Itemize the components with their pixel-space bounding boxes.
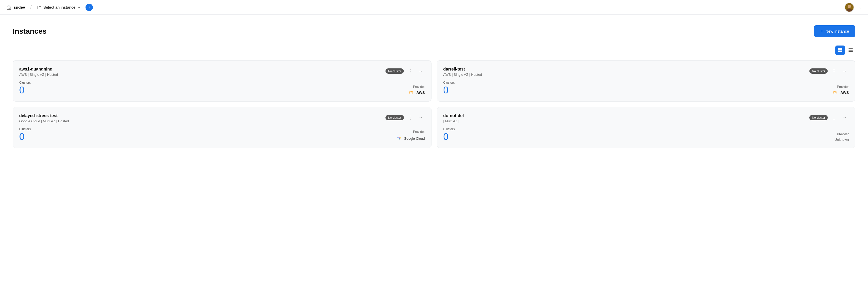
no-cluster-badge: No cluster: [809, 115, 828, 120]
provider-label: Provider: [396, 130, 425, 134]
aws-logo: AWS: [408, 90, 425, 95]
clusters-count: 0: [443, 86, 455, 95]
aws-logo: AWS: [832, 90, 849, 95]
aws-label: AWS: [840, 91, 849, 95]
instance-card-darrell-test: darrell-test AWS | Single AZ | Hosted No…: [437, 60, 856, 101]
card-title-block: darrell-test AWS | Single AZ | Hosted: [443, 67, 482, 76]
card-body: Clusters 0 Provider AWS: [443, 81, 849, 95]
no-cluster-badge: No cluster: [385, 115, 404, 120]
card-actions: No cluster ⋮ →: [809, 114, 849, 122]
nav-separator: /: [30, 4, 32, 10]
more-options-button[interactable]: ⋮: [406, 114, 414, 122]
card-actions: No cluster ⋮ →: [385, 67, 425, 75]
instance-card-aws1-guangning: aws1-guangning AWS | Single AZ | Hosted …: [12, 60, 432, 101]
folder-icon: [37, 5, 41, 10]
card-header: delayed-stress-test Google Cloud | Multi…: [19, 114, 425, 123]
user-avatar[interactable]: [845, 3, 854, 12]
aws-icon: [408, 90, 415, 95]
instance-name: aws1-guangning: [19, 67, 58, 71]
chevron-down-icon: [77, 5, 81, 9]
card-title-block: delayed-stress-test Google Cloud | Multi…: [19, 114, 69, 123]
instance-card-do-not-del: do-not-del | Multi AZ | No cluster ⋮ → C…: [437, 107, 856, 148]
provider-block: Provider Unknown: [835, 132, 849, 141]
no-cluster-badge: No cluster: [385, 68, 404, 74]
no-cluster-badge: No cluster: [809, 68, 828, 74]
card-title-block: aws1-guangning AWS | Single AZ | Hosted: [19, 67, 58, 76]
card-actions: No cluster ⋮ →: [385, 114, 425, 122]
provider-label: Provider: [832, 85, 849, 89]
provider-label: Provider: [835, 132, 849, 136]
card-body: Clusters 0 Provider AWS: [19, 81, 425, 95]
navigate-button[interactable]: →: [840, 114, 849, 122]
provider-block: Provider AWS: [408, 85, 425, 95]
card-actions: No cluster ⋮ →: [809, 67, 849, 75]
instance-subtitle: AWS | Single AZ | Hosted: [19, 73, 58, 76]
home-icon: [6, 5, 11, 10]
provider-logo: Unknown: [835, 137, 849, 141]
card-body: Clusters 0 Provider Google Cloud: [19, 127, 425, 141]
provider-logo: Google Cloud: [396, 135, 425, 141]
navigate-button[interactable]: →: [840, 67, 849, 75]
aws-label: AWS: [416, 91, 425, 95]
info-icon-label: i: [89, 5, 90, 9]
instance-name: darrell-test: [443, 67, 482, 71]
instance-subtitle: AWS | Single AZ | Hosted: [443, 73, 482, 76]
more-options-button[interactable]: ⋮: [830, 67, 838, 75]
new-instance-label: New instance: [826, 29, 849, 33]
clusters-count: 0: [19, 86, 31, 95]
instances-grid: aws1-guangning AWS | Single AZ | Hosted …: [12, 60, 856, 148]
list-view-button[interactable]: [846, 45, 856, 55]
card-header: do-not-del | Multi AZ | No cluster ⋮ →: [443, 114, 849, 123]
card-title-block: do-not-del | Multi AZ |: [443, 114, 464, 123]
instance-subtitle: Google Cloud | Multi AZ | Hosted: [19, 119, 69, 123]
provider-logo: AWS: [832, 90, 849, 95]
instance-subtitle: | Multi AZ |: [443, 119, 464, 123]
more-options-button[interactable]: ⋮: [830, 114, 838, 122]
navbar: sndev / Select an instance i ⌄: [0, 0, 868, 15]
avatar-chevron-icon[interactable]: ⌄: [859, 5, 862, 9]
svg-rect-3: [838, 48, 840, 50]
brand-home[interactable]: sndev: [6, 5, 25, 10]
clusters-count: 0: [19, 132, 31, 141]
new-instance-button[interactable]: + New instance: [814, 25, 856, 37]
clusters-label: Clusters: [443, 81, 455, 85]
page-header: Instances + New instance: [12, 25, 856, 37]
clusters-block: Clusters 0: [19, 81, 31, 95]
clusters-label: Clusters: [19, 81, 31, 85]
gcp-label: Google Cloud: [404, 136, 425, 140]
list-icon: [848, 48, 853, 53]
unknown-provider-label: Unknown: [835, 137, 849, 141]
provider-block: Provider Google Cloud: [396, 130, 425, 141]
navigate-button[interactable]: →: [416, 67, 425, 75]
grid-icon: [838, 48, 842, 53]
svg-point-11: [399, 138, 400, 139]
svg-rect-5: [838, 51, 840, 52]
clusters-label: Clusters: [19, 127, 31, 131]
plus-icon: +: [820, 28, 823, 34]
instance-name: delayed-stress-test: [19, 114, 69, 118]
card-header: aws1-guangning AWS | Single AZ | Hosted …: [19, 67, 425, 76]
clusters-block: Clusters 0: [19, 127, 31, 141]
instance-card-delayed-stress-test: delayed-stress-test Google Cloud | Multi…: [12, 107, 432, 148]
brand-label: sndev: [14, 5, 25, 9]
provider-label: Provider: [408, 85, 425, 89]
svg-rect-9: [848, 51, 853, 52]
clusters-label: Clusters: [443, 127, 455, 131]
clusters-block: Clusters 0: [443, 127, 455, 141]
instance-selector[interactable]: Select an instance: [37, 5, 81, 10]
svg-rect-8: [848, 50, 853, 51]
main-content: Instances + New instance: [0, 15, 868, 159]
clusters-count: 0: [443, 132, 455, 141]
clusters-block: Clusters 0: [443, 81, 455, 95]
svg-rect-7: [848, 49, 853, 49]
more-options-button[interactable]: ⋮: [406, 67, 414, 75]
svg-rect-6: [840, 51, 842, 52]
gcp-icon: [396, 135, 402, 141]
avatar-image: [845, 3, 854, 12]
svg-rect-4: [840, 48, 842, 50]
svg-point-1: [848, 5, 851, 8]
info-button[interactable]: i: [86, 4, 93, 11]
grid-view-button[interactable]: [835, 45, 845, 55]
navigate-button[interactable]: →: [416, 114, 425, 122]
gcp-logo: Google Cloud: [396, 135, 425, 141]
